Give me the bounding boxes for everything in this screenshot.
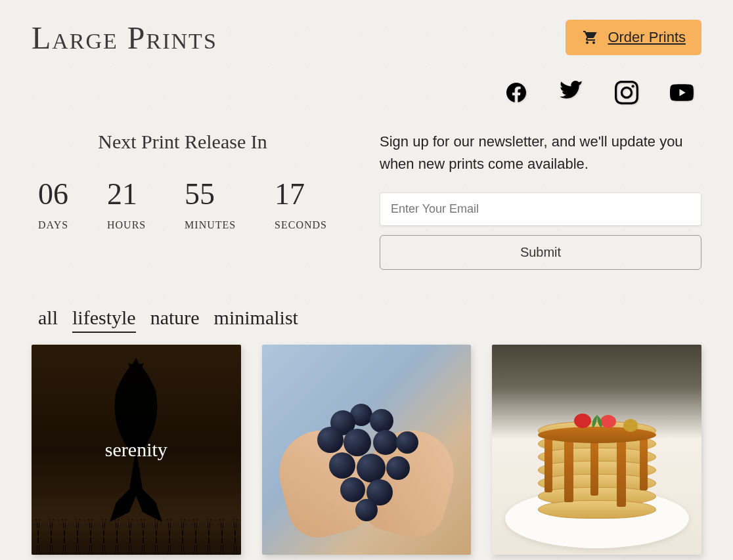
facebook-link[interactable] [504,81,528,104]
gallery-card-label: serenity [105,439,167,461]
countdown-hours-label: HOURS [107,219,146,231]
gallery-card-serenity[interactable]: serenity [32,345,241,555]
youtube-icon [670,81,694,104]
countdown-timer: 06 DAYS 21 HOURS 55 MINUTES 17 SECONDS [32,177,334,231]
filter-all[interactable]: all [38,307,58,333]
countdown-title: Next Print Release In [32,131,334,153]
facebook-icon [504,81,528,104]
countdown-days-label: DAYS [38,219,68,231]
instagram-icon [615,81,638,104]
newsletter-text: Sign up for our newsletter, and we'll up… [380,131,701,175]
twitter-icon [560,81,583,104]
filter-tabs: all lifestyle nature minimalist [0,270,733,333]
filter-lifestyle[interactable]: lifestyle [72,307,136,333]
countdown-days: 06 [38,177,68,211]
countdown-seconds-label: SECONDS [275,219,327,231]
countdown-minutes: 55 [185,177,236,211]
gallery-card-pancakes[interactable] [492,345,701,555]
youtube-link[interactable] [670,81,694,104]
gallery-card-grapes[interactable] [262,345,472,555]
countdown-seconds: 17 [275,177,327,211]
submit-button[interactable]: Submit [380,235,701,270]
order-prints-button[interactable]: Order Prints [566,20,701,55]
twitter-link[interactable] [560,81,583,104]
email-input[interactable] [380,192,701,226]
cart-icon [581,30,600,45]
instagram-link[interactable] [615,81,638,104]
countdown-minutes-label: MINUTES [185,219,236,231]
mint-leaf-icon [587,415,607,431]
site-title: Large Prints [32,20,217,56]
countdown-hours: 21 [107,177,146,211]
order-prints-label: Order Prints [608,29,686,46]
filter-nature[interactable]: nature [150,307,200,333]
filter-minimalist[interactable]: minimalist [214,307,298,333]
